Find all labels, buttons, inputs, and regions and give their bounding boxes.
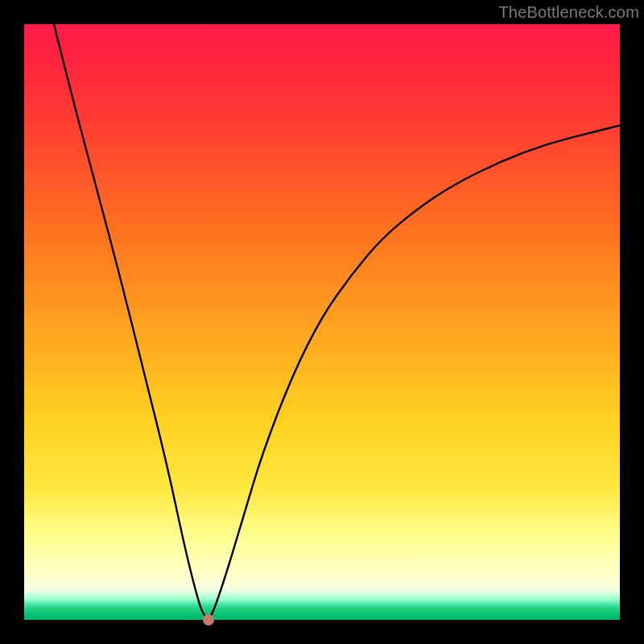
plot-area	[24, 24, 620, 620]
chart-container: TheBottleneck.com	[0, 0, 644, 644]
bottleneck-curve	[24, 24, 620, 620]
minimum-marker	[203, 614, 214, 625]
curve-path	[54, 24, 620, 618]
watermark-text: TheBottleneck.com	[498, 3, 639, 22]
